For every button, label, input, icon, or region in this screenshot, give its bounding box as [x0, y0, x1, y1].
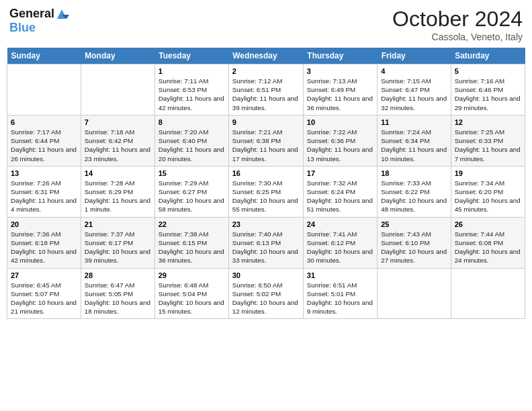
calendar-cell: 19Sunrise: 7:34 AM Sunset: 6:20 PM Dayli… [451, 166, 525, 217]
cell-content: Sunrise: 7:20 AM Sunset: 6:40 PM Dayligh… [159, 128, 225, 163]
cell-content: Sunrise: 7:36 AM Sunset: 6:18 PM Dayligh… [11, 230, 77, 265]
day-number: 23 [232, 220, 300, 228]
logo-text: General [9, 7, 54, 21]
calendar-cell [7, 64, 81, 116]
cell-content: Sunrise: 7:25 AM Sunset: 6:33 PM Dayligh… [455, 128, 521, 163]
day-number: 12 [455, 118, 521, 126]
calendar-cell: 18Sunrise: 7:33 AM Sunset: 6:22 PM Dayli… [378, 166, 451, 217]
calendar-cell: 2Sunrise: 7:12 AM Sunset: 6:51 PM Daylig… [228, 64, 303, 116]
cell-content: Sunrise: 7:40 AM Sunset: 6:13 PM Dayligh… [232, 230, 300, 265]
calendar-cell [451, 268, 525, 319]
cell-content: Sunrise: 7:37 AM Sunset: 6:17 PM Dayligh… [85, 230, 151, 265]
cell-content: Sunrise: 6:50 AM Sunset: 5:02 PM Dayligh… [232, 281, 300, 316]
day-number: 30 [232, 271, 300, 279]
header-row: SundayMondayTuesdayWednesdayThursdayFrid… [7, 48, 525, 64]
cell-content: Sunrise: 7:29 AM Sunset: 6:27 PM Dayligh… [159, 179, 225, 214]
day-number: 16 [232, 169, 300, 177]
day-number: 24 [307, 220, 373, 228]
day-number: 15 [159, 169, 225, 177]
cell-content: Sunrise: 7:13 AM Sunset: 6:49 PM Dayligh… [307, 77, 373, 112]
cell-content: Sunrise: 7:26 AM Sunset: 6:31 PM Dayligh… [11, 179, 77, 214]
page-header: General Blue October 2024 Cassola, Venet… [7, 7, 525, 42]
calendar-cell: 1Sunrise: 7:11 AM Sunset: 6:53 PM Daylig… [154, 64, 228, 116]
cell-content: Sunrise: 7:22 AM Sunset: 6:36 PM Dayligh… [307, 128, 373, 163]
cell-content: Sunrise: 7:30 AM Sunset: 6:25 PM Dayligh… [232, 179, 300, 214]
calendar-cell: 20Sunrise: 7:36 AM Sunset: 6:18 PM Dayli… [7, 217, 81, 268]
cell-content: Sunrise: 7:28 AM Sunset: 6:29 PM Dayligh… [85, 179, 151, 214]
calendar-cell: 27Sunrise: 6:45 AM Sunset: 5:07 PM Dayli… [7, 268, 81, 319]
day-number: 21 [85, 220, 151, 228]
calendar-cell: 8Sunrise: 7:20 AM Sunset: 6:40 PM Daylig… [154, 115, 228, 166]
title-block: October 2024 Cassola, Veneto, Italy [392, 7, 523, 42]
day-number: 25 [381, 220, 447, 228]
calendar-cell: 4Sunrise: 7:15 AM Sunset: 6:47 PM Daylig… [378, 64, 451, 116]
calendar-table: SundayMondayTuesdayWednesdayThursdayFrid… [7, 48, 525, 319]
calendar-cell: 21Sunrise: 7:37 AM Sunset: 6:17 PM Dayli… [81, 217, 154, 268]
cell-content: Sunrise: 7:11 AM Sunset: 6:53 PM Dayligh… [159, 77, 225, 112]
cell-content: Sunrise: 6:47 AM Sunset: 5:05 PM Dayligh… [85, 281, 151, 316]
calendar-cell: 11Sunrise: 7:24 AM Sunset: 6:34 PM Dayli… [378, 115, 451, 166]
calendar-cell: 30Sunrise: 6:50 AM Sunset: 5:02 PM Dayli… [228, 268, 303, 319]
cell-content: Sunrise: 7:34 AM Sunset: 6:20 PM Dayligh… [455, 179, 521, 214]
day-number: 27 [11, 271, 77, 279]
calendar-cell: 26Sunrise: 7:44 AM Sunset: 6:08 PM Dayli… [451, 217, 525, 268]
cell-content: Sunrise: 7:44 AM Sunset: 6:08 PM Dayligh… [455, 230, 521, 265]
day-header-wednesday: Wednesday [228, 48, 303, 64]
week-row-5: 27Sunrise: 6:45 AM Sunset: 5:07 PM Dayli… [7, 268, 525, 319]
cell-content: Sunrise: 7:16 AM Sunset: 6:46 PM Dayligh… [455, 77, 521, 112]
cell-content: Sunrise: 7:21 AM Sunset: 6:38 PM Dayligh… [232, 128, 300, 163]
week-row-2: 6Sunrise: 7:17 AM Sunset: 6:44 PM Daylig… [7, 115, 525, 166]
day-number: 6 [11, 118, 77, 126]
day-number: 14 [85, 169, 151, 177]
week-row-1: 1Sunrise: 7:11 AM Sunset: 6:53 PM Daylig… [7, 64, 525, 116]
day-header-tuesday: Tuesday [154, 48, 228, 64]
day-number: 18 [381, 169, 447, 177]
day-number: 7 [85, 118, 151, 126]
calendar-cell: 13Sunrise: 7:26 AM Sunset: 6:31 PM Dayli… [7, 166, 81, 217]
calendar-cell: 25Sunrise: 7:43 AM Sunset: 6:10 PM Dayli… [378, 217, 451, 268]
calendar-cell: 16Sunrise: 7:30 AM Sunset: 6:25 PM Dayli… [228, 166, 303, 217]
calendar-cell: 6Sunrise: 7:17 AM Sunset: 6:44 PM Daylig… [7, 115, 81, 166]
cell-content: Sunrise: 7:17 AM Sunset: 6:44 PM Dayligh… [11, 128, 77, 163]
cell-content: Sunrise: 7:15 AM Sunset: 6:47 PM Dayligh… [381, 77, 447, 112]
day-header-thursday: Thursday [303, 48, 377, 64]
week-row-4: 20Sunrise: 7:36 AM Sunset: 6:18 PM Dayli… [7, 217, 525, 268]
day-header-monday: Monday [81, 48, 154, 64]
cell-content: Sunrise: 6:51 AM Sunset: 5:01 PM Dayligh… [307, 281, 373, 316]
location-subtitle: Cassola, Veneto, Italy [392, 32, 523, 42]
calendar-cell: 23Sunrise: 7:40 AM Sunset: 6:13 PM Dayli… [228, 217, 303, 268]
calendar-cell: 15Sunrise: 7:29 AM Sunset: 6:27 PM Dayli… [154, 166, 228, 217]
day-number: 17 [307, 169, 373, 177]
calendar-cell: 5Sunrise: 7:16 AM Sunset: 6:46 PM Daylig… [451, 64, 525, 116]
logo-blue-text: Blue [9, 21, 36, 35]
cell-content: Sunrise: 7:24 AM Sunset: 6:34 PM Dayligh… [381, 128, 447, 163]
day-number: 28 [85, 271, 151, 279]
calendar-cell: 14Sunrise: 7:28 AM Sunset: 6:29 PM Dayli… [81, 166, 154, 217]
day-header-sunday: Sunday [7, 48, 81, 64]
logo: General Blue [9, 7, 69, 35]
cell-content: Sunrise: 7:12 AM Sunset: 6:51 PM Dayligh… [232, 77, 300, 112]
day-number: 19 [455, 169, 521, 177]
day-number: 10 [307, 118, 373, 126]
cell-content: Sunrise: 7:32 AM Sunset: 6:24 PM Dayligh… [307, 179, 373, 214]
calendar-cell: 12Sunrise: 7:25 AM Sunset: 6:33 PM Dayli… [451, 115, 525, 166]
calendar-cell: 24Sunrise: 7:41 AM Sunset: 6:12 PM Dayli… [303, 217, 377, 268]
day-header-friday: Friday [378, 48, 451, 64]
logo-icon [54, 7, 69, 21]
day-number: 11 [381, 118, 447, 126]
calendar-cell: 3Sunrise: 7:13 AM Sunset: 6:49 PM Daylig… [303, 64, 377, 116]
calendar-cell: 17Sunrise: 7:32 AM Sunset: 6:24 PM Dayli… [303, 166, 377, 217]
calendar-cell: 29Sunrise: 6:48 AM Sunset: 5:04 PM Dayli… [154, 268, 228, 319]
day-number: 4 [381, 67, 447, 75]
month-title: October 2024 [392, 7, 523, 32]
calendar-cell: 10Sunrise: 7:22 AM Sunset: 6:36 PM Dayli… [303, 115, 377, 166]
calendar-cell: 28Sunrise: 6:47 AM Sunset: 5:05 PM Dayli… [81, 268, 154, 319]
calendar-cell [378, 268, 451, 319]
day-number: 9 [232, 118, 300, 126]
day-number: 5 [455, 67, 521, 75]
day-number: 2 [232, 67, 300, 75]
day-header-saturday: Saturday [451, 48, 525, 64]
day-number: 22 [159, 220, 225, 228]
cell-content: Sunrise: 6:45 AM Sunset: 5:07 PM Dayligh… [11, 281, 77, 316]
cell-content: Sunrise: 7:41 AM Sunset: 6:12 PM Dayligh… [307, 230, 373, 265]
